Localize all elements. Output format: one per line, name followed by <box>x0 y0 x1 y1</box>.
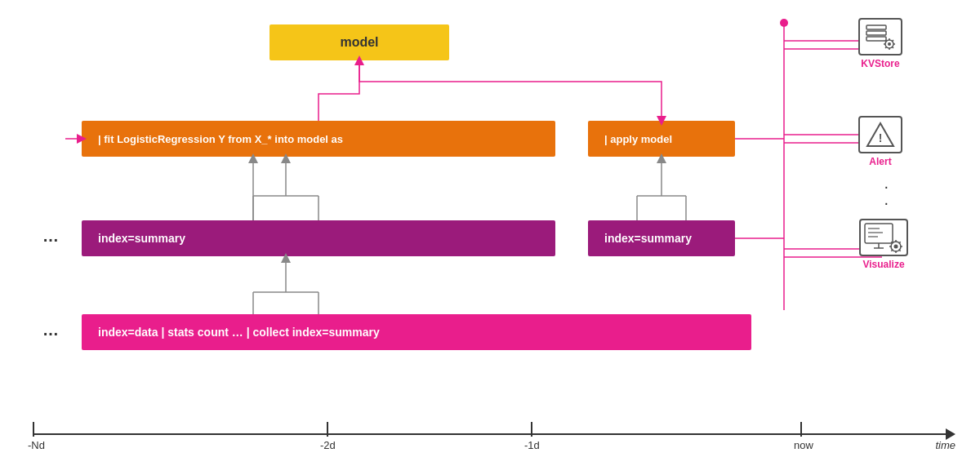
alert-icon-box: ! <box>858 116 902 153</box>
svg-point-46 <box>894 245 898 249</box>
label-1d: -1d <box>524 439 540 451</box>
apply-box: | apply model <box>588 121 735 157</box>
tick-now <box>800 422 802 437</box>
summary-right-label: index=summary <box>598 232 692 245</box>
alert-icon: ! <box>866 120 895 149</box>
tick-nd <box>33 422 34 437</box>
kvstore-icon-box <box>858 18 902 55</box>
visualize-group: Visualize <box>859 219 908 270</box>
tick-2d <box>327 422 328 437</box>
svg-rect-25 <box>866 31 886 35</box>
summary-right-box: index=summary <box>588 220 735 256</box>
svg-line-35 <box>893 40 893 41</box>
alert-group: ! Alert <box>858 116 902 167</box>
svg-rect-26 <box>866 37 886 41</box>
svg-line-33 <box>885 40 886 41</box>
svg-text:!: ! <box>879 131 883 144</box>
label-now: now <box>794 439 813 451</box>
summary-left-box: index=summary <box>82 220 555 256</box>
visualize-icon <box>863 222 904 253</box>
model-label: model <box>340 35 378 50</box>
label-2d: -2d <box>320 439 336 451</box>
visualize-label: Visualize <box>862 259 904 270</box>
label-time: time <box>935 439 956 451</box>
alert-label: Alert <box>869 156 891 167</box>
data-box: index=data | stats count … | collect ind… <box>82 314 751 350</box>
timeline <box>33 433 947 435</box>
fit-label: | fit LogisticRegression Y from X_* into… <box>91 133 343 145</box>
ellipsis-2: … <box>42 321 59 340</box>
svg-line-34 <box>893 47 893 48</box>
svg-rect-39 <box>865 224 893 243</box>
fit-box: | fit LogisticRegression Y from X_* into… <box>82 121 555 157</box>
model-box: model <box>270 24 449 60</box>
svg-point-15 <box>780 19 788 27</box>
visualize-icon-box <box>859 219 908 256</box>
diagram-container: model | fit LogisticRegression Y from X_… <box>0 0 980 466</box>
kvstore-icon <box>864 23 897 51</box>
kvstore-group: KVStore <box>858 18 902 69</box>
svg-rect-24 <box>866 25 886 29</box>
data-label: index=data | stats count … | collect ind… <box>91 326 380 339</box>
kvstore-label: KVStore <box>861 58 899 69</box>
svg-point-28 <box>888 42 891 46</box>
timeline-arrow <box>946 428 956 440</box>
label-nd: -Nd <box>28 439 45 451</box>
svg-line-36 <box>885 47 886 48</box>
summary-left-label: index=summary <box>91 232 185 245</box>
apply-label: | apply model <box>598 133 672 145</box>
tick-1d <box>531 422 532 437</box>
ellipsis-1: … <box>42 227 59 246</box>
